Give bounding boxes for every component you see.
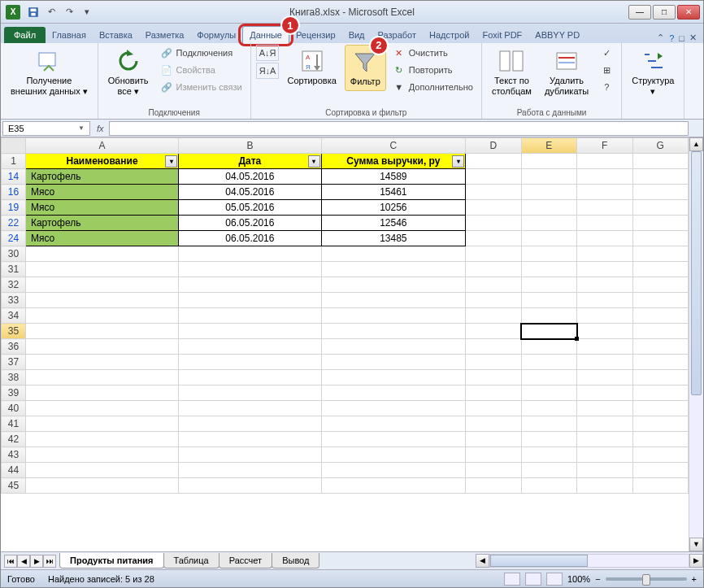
- cell[interactable]: [577, 447, 632, 463]
- cell[interactable]: [466, 246, 521, 262]
- cell-name[interactable]: Мясо: [25, 231, 178, 246]
- cell[interactable]: [25, 262, 178, 277]
- hscroll-thumb[interactable]: [490, 555, 588, 567]
- cell[interactable]: [466, 154, 521, 169]
- cell[interactable]: [321, 308, 466, 324]
- row-header[interactable]: 40: [2, 401, 26, 416]
- cell[interactable]: [632, 277, 689, 293]
- cell[interactable]: [632, 308, 689, 324]
- cell-name[interactable]: Картофель: [25, 216, 178, 231]
- scroll-right-button[interactable]: ▶: [689, 554, 703, 568]
- cell[interactable]: [321, 432, 466, 447]
- row-header[interactable]: 37: [2, 355, 26, 370]
- cell[interactable]: [179, 339, 321, 355]
- row-header[interactable]: 30: [2, 246, 26, 262]
- cell[interactable]: [521, 216, 576, 231]
- row-header[interactable]: 44: [2, 463, 26, 478]
- cell[interactable]: [521, 463, 576, 478]
- cell-name[interactable]: Мясо: [25, 200, 178, 216]
- cell[interactable]: [632, 216, 689, 231]
- row-header[interactable]: 33: [2, 293, 26, 308]
- zoom-level[interactable]: 100%: [567, 574, 590, 584]
- cell[interactable]: [577, 216, 632, 231]
- cell[interactable]: [321, 385, 466, 401]
- cell[interactable]: [25, 447, 178, 463]
- edit-links-button[interactable]: 🔗Изменить связи: [157, 79, 246, 95]
- cell[interactable]: [25, 324, 178, 339]
- row-header[interactable]: 42: [2, 432, 26, 447]
- cell[interactable]: [179, 308, 321, 324]
- cell[interactable]: [632, 447, 689, 463]
- cell[interactable]: [25, 355, 178, 370]
- cell[interactable]: [179, 262, 321, 277]
- cell[interactable]: [466, 478, 521, 494]
- cell[interactable]: [521, 416, 576, 432]
- cell[interactable]: [179, 463, 321, 478]
- cell[interactable]: [577, 355, 632, 370]
- col-header-c[interactable]: C: [321, 138, 466, 154]
- filter-button[interactable]: 2 Фильтр: [345, 45, 386, 91]
- sheet-nav-next[interactable]: ▶: [30, 555, 43, 568]
- cell[interactable]: [577, 370, 632, 385]
- zoom-slider[interactable]: [606, 577, 687, 581]
- cell[interactable]: [466, 277, 521, 293]
- cell[interactable]: [521, 447, 576, 463]
- cell[interactable]: [466, 293, 521, 308]
- cell[interactable]: [25, 385, 178, 401]
- tab-abbyy[interactable]: ABBYY PD: [528, 27, 586, 43]
- cell[interactable]: [321, 277, 466, 293]
- name-box-dropdown-icon[interactable]: ▼: [78, 124, 85, 132]
- cell[interactable]: [25, 246, 178, 262]
- cell-sum[interactable]: 12546: [321, 216, 466, 231]
- tab-layout[interactable]: Разметка: [139, 27, 191, 43]
- cell[interactable]: [577, 401, 632, 416]
- header-cell-sum[interactable]: Сумма выручки, ру▾: [321, 154, 466, 169]
- save-button[interactable]: [25, 4, 41, 20]
- cell[interactable]: [466, 401, 521, 416]
- cell[interactable]: [521, 185, 576, 200]
- cell[interactable]: [25, 478, 178, 494]
- cell[interactable]: [521, 154, 576, 169]
- cell[interactable]: [632, 185, 689, 200]
- cell[interactable]: [577, 246, 632, 262]
- cell[interactable]: [321, 447, 466, 463]
- sheet-tab-2[interactable]: Рассчет: [219, 553, 273, 568]
- horizontal-scrollbar[interactable]: ◀ ▶: [476, 554, 703, 568]
- cell[interactable]: [521, 277, 576, 293]
- filter-dropdown-a[interactable]: ▾: [165, 155, 177, 168]
- qat-more[interactable]: ▾: [79, 4, 95, 20]
- row-header[interactable]: 22: [2, 216, 26, 231]
- row-header[interactable]: 24: [2, 231, 26, 246]
- worksheet-grid[interactable]: A B C D E F G 1 Наименование▾ Дата▾ Сумм…: [1, 137, 689, 551]
- cell[interactable]: [521, 293, 576, 308]
- data-validation-button[interactable]: ✓: [597, 45, 616, 61]
- tab-data[interactable]: Данные 1: [242, 26, 289, 43]
- redo-button[interactable]: ↷: [61, 4, 77, 20]
- tab-addins[interactable]: Надстрой: [423, 27, 476, 43]
- cell[interactable]: [466, 385, 521, 401]
- name-box[interactable]: E35 ▼: [2, 121, 90, 136]
- cell[interactable]: [632, 262, 689, 277]
- cell[interactable]: [632, 416, 689, 432]
- sheet-tab-0[interactable]: Продукты питания: [59, 553, 164, 568]
- remove-duplicates-button[interactable]: Удалить дубликаты: [540, 45, 593, 100]
- cell[interactable]: [179, 370, 321, 385]
- active-cell[interactable]: [521, 324, 576, 339]
- connections-button[interactable]: 🔗Подключения: [157, 45, 246, 61]
- properties-button[interactable]: 📄Свойства: [157, 62, 246, 78]
- reapply-button[interactable]: ↻Повторить: [389, 62, 476, 78]
- cell[interactable]: [466, 463, 521, 478]
- col-header-e[interactable]: E: [521, 138, 576, 154]
- col-header-d[interactable]: D: [466, 138, 521, 154]
- cell[interactable]: [466, 432, 521, 447]
- cell[interactable]: [632, 432, 689, 447]
- cell[interactable]: [577, 308, 632, 324]
- cell-date[interactable]: 04.05.2016: [179, 169, 321, 185]
- col-header-a[interactable]: A: [25, 138, 178, 154]
- sheet-tab-3[interactable]: Вывод: [272, 553, 319, 568]
- get-external-data-button[interactable]: Получение внешних данных ▾: [6, 45, 93, 100]
- cell[interactable]: [521, 200, 576, 216]
- cell-sum[interactable]: 15461: [321, 185, 466, 200]
- cell[interactable]: [466, 262, 521, 277]
- ribbon-minimize-icon[interactable]: ⌃: [657, 33, 664, 43]
